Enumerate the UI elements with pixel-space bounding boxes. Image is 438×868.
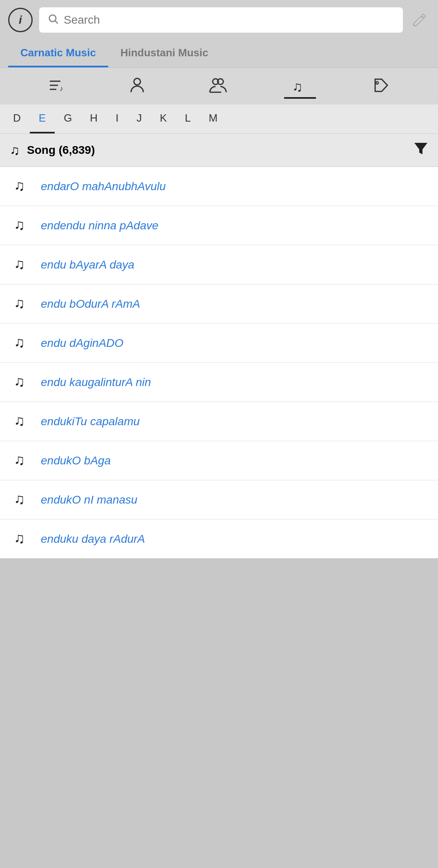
svg-line-1 [55,21,58,23]
main-tabs: Carnatic Music Hindustani Music [0,40,438,68]
svg-text:♫: ♫ [14,451,25,467]
song-title: endukiTu capalamu [41,415,140,428]
pencil-icon [412,12,427,28]
svg-text:♫: ♫ [14,177,25,193]
icon-tabs: ♪ ♫ [0,68,438,104]
letter-tab-i[interactable]: I [107,104,127,133]
song-item[interactable]: ♫endukO nI manasu [0,480,438,519]
letter-tab-g[interactable]: G [55,104,81,133]
group-tab[interactable] [201,73,235,99]
song-note-icon: ♫ [11,411,32,432]
svg-text:♫: ♫ [14,295,25,311]
song-note-icon: ♫ [11,450,32,471]
svg-point-10 [376,82,378,84]
song-count-label: Song (6,839) [27,144,406,157]
svg-point-6 [134,78,140,85]
song-item[interactable]: ♫enduku daya rAdurA [0,519,438,558]
song-note-icon: ♫ [11,489,32,510]
svg-marker-11 [414,143,427,154]
letter-tab-l[interactable]: L [176,104,200,133]
song-item[interactable]: ♫endendu ninna pAdave [0,206,438,245]
letter-tab-j[interactable]: J [127,104,151,133]
svg-text:♫: ♫ [14,255,25,271]
search-input[interactable] [64,13,395,27]
group-icon [209,78,227,93]
song-item[interactable]: ♫endu bOdurA rAmA [0,284,438,324]
song-item[interactable]: ♫endukO bAga [0,441,438,480]
playlist-music-icon: ♪ [49,78,65,93]
song-title: endendu ninna pAdave [41,219,158,232]
letter-tab-h[interactable]: H [81,104,107,133]
svg-text:♫: ♫ [14,530,25,546]
svg-text:♫: ♫ [14,216,25,232]
song-title: endu bOdurA rAmA [41,297,140,311]
song-note-icon: ♫ [11,293,32,314]
song-title: endukO bAga [41,454,111,467]
svg-text:♫: ♫ [14,334,25,350]
song-note-icon: ♫ [11,528,32,549]
song-list: ♫endarO mahAnubhAvulu♫endendu ninna pAda… [0,167,438,558]
song-item[interactable]: ♫endu kaugalinturA nin [0,363,438,402]
tag-icon [373,78,389,93]
svg-text:♫: ♫ [14,412,25,428]
song-item[interactable]: ♫endu bAyarA daya [0,245,438,284]
svg-text:♪: ♪ [60,84,63,93]
filter-button[interactable] [414,141,428,159]
svg-text:♫: ♫ [292,79,303,93]
song-title: endu kaugalinturA nin [41,376,151,389]
song-note-icon: ♫ [11,176,32,197]
song-note-icon: ♫ [11,372,32,393]
song-note-icon: ♫ [11,333,32,353]
svg-text:♫: ♫ [14,373,25,389]
header: i [0,0,438,40]
song-item[interactable]: ♫endu dAginADO [0,324,438,363]
tab-hindustani[interactable]: Hindustani Music [108,40,220,67]
info-button[interactable]: i [8,8,33,32]
person-tab[interactable] [122,73,152,99]
music-note-tab[interactable]: ♫ [284,73,316,99]
song-item[interactable]: ♫endarO mahAnubhAvulu [0,167,438,206]
funnel-icon [414,141,428,156]
letter-tab-d[interactable]: D [4,104,30,133]
svg-text:♫: ♫ [14,491,25,506]
edit-button[interactable] [409,10,430,30]
song-count-bar: ♫ Song (6,839) [0,134,438,167]
song-count-note-icon: ♫ [10,143,20,158]
svg-point-0 [49,15,56,22]
letter-tab-e[interactable]: E [30,104,55,133]
song-item[interactable]: ♫endukiTu capalamu [0,402,438,441]
song-title: endukO nI manasu [41,493,138,506]
person-icon [130,78,144,93]
music-double-note-icon: ♫ [292,78,308,93]
song-title: enduku daya rAdurA [41,533,145,546]
letter-tabs: DEGHIJKLM [0,104,438,134]
song-note-icon: ♫ [11,215,32,236]
playlist-tab[interactable]: ♪ [41,74,73,98]
song-title: endu dAginADO [41,337,123,350]
letter-tab-m[interactable]: M [200,104,227,133]
song-title: endu bAyarA daya [41,258,134,271]
search-bar[interactable] [39,7,403,33]
song-title: endarO mahAnubhAvulu [41,180,166,193]
tab-carnatic[interactable]: Carnatic Music [8,40,108,67]
song-note-icon: ♫ [11,254,32,275]
letter-tab-k[interactable]: K [151,104,176,133]
search-icon [47,13,59,27]
tag-tab[interactable] [365,73,397,99]
